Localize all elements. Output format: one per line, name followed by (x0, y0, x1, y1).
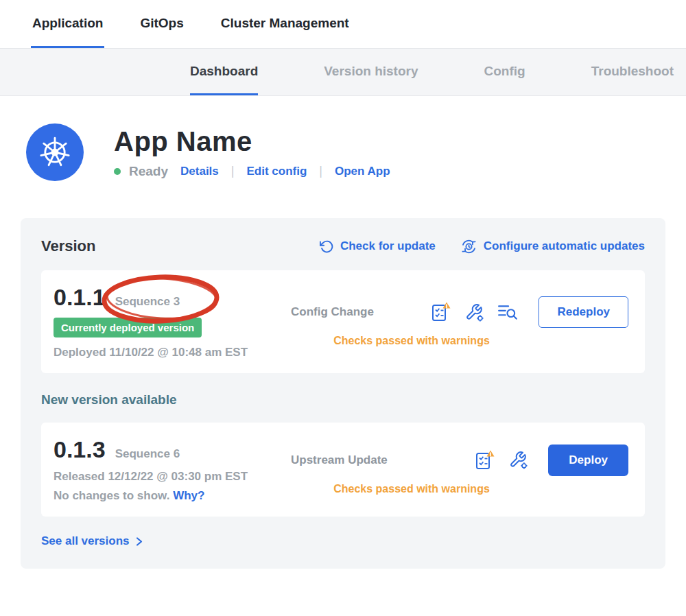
available-version-number: 0.1.3 (54, 436, 106, 463)
chevron-right-icon (135, 536, 143, 547)
redeploy-button[interactable]: Redeploy (539, 296, 628, 328)
refresh-icon (320, 239, 334, 254)
page-title: App Name (114, 126, 390, 157)
open-app-link[interactable]: Open App (335, 165, 390, 178)
tab-version-history[interactable]: Version history (324, 49, 418, 95)
kubernetes-wheel-icon (38, 136, 71, 169)
tab-config[interactable]: Config (484, 49, 525, 95)
current-version-sequence: Sequence 3 (115, 295, 180, 309)
checks-warning-text: Checks passed with warnings (291, 483, 628, 495)
no-changes-text: No changes to show. (54, 489, 169, 502)
deploy-button[interactable]: Deploy (548, 445, 628, 476)
see-all-versions-label: See all versions (41, 534, 130, 548)
app-tabs: Dashboard Version history Config Trouble… (0, 49, 686, 96)
released-timestamp: Released 12/12/22 @ 03:30 pm EST (54, 470, 280, 484)
current-version-number: 0.1.1 (54, 284, 106, 311)
deployed-timestamp: Deployed 11/10/22 @ 10:48 am EST (54, 346, 280, 359)
preflight-checks-warning-icon[interactable] (429, 301, 451, 323)
nav-item-application[interactable]: Application (31, 0, 104, 48)
available-version-sequence: Sequence 6 (115, 447, 180, 461)
kubernetes-logo (26, 123, 84, 181)
edit-config-link[interactable]: Edit config (246, 165, 307, 178)
app-header: App Name Ready Details | Edit config | O… (26, 123, 686, 181)
nav-item-cluster-management[interactable]: Cluster Management (220, 0, 351, 48)
version-heading: Version (41, 237, 95, 255)
preflight-checks-warning-icon[interactable] (473, 449, 495, 471)
why-link[interactable]: Why? (173, 489, 204, 502)
config-wrench-gear-icon[interactable] (465, 303, 484, 322)
new-version-heading: New version available (41, 392, 645, 407)
version-panel: Version Check for update Configure (21, 218, 665, 569)
tab-dashboard[interactable]: Dashboard (190, 49, 258, 95)
check-for-update-label: Check for update (340, 239, 436, 253)
checks-warning-text: Checks passed with warnings (291, 335, 628, 347)
currently-deployed-badge: Currently deployed version (54, 318, 202, 337)
nav-item-gitops[interactable]: GitOps (139, 0, 185, 48)
details-link[interactable]: Details (180, 165, 219, 178)
available-version-card: 0.1.3 Sequence 6 Released 12/12/22 @ 03:… (41, 423, 645, 517)
current-version-card: 0.1.1 Sequence 3 Currently deployed vers… (41, 270, 645, 373)
primary-nav: Application GitOps Cluster Management (0, 0, 686, 49)
status-dot-icon (114, 168, 121, 175)
check-for-update-button[interactable]: Check for update (320, 239, 436, 254)
separator: | (315, 164, 327, 178)
status-badge: Ready (129, 164, 168, 179)
change-type-label: Upstream Update (291, 453, 388, 467)
see-all-versions-link[interactable]: See all versions (41, 534, 645, 548)
view-files-diff-icon[interactable] (497, 303, 518, 321)
tab-troubleshoot[interactable]: Troubleshoot (591, 49, 674, 95)
configure-automatic-updates-label: Configure automatic updates (484, 239, 645, 253)
auto-update-clock-icon (460, 238, 477, 255)
separator: | (227, 164, 239, 178)
configure-automatic-updates-button[interactable]: Configure automatic updates (460, 238, 645, 255)
change-type-label: Config Change (291, 305, 374, 319)
config-wrench-gear-icon[interactable] (509, 451, 528, 469)
